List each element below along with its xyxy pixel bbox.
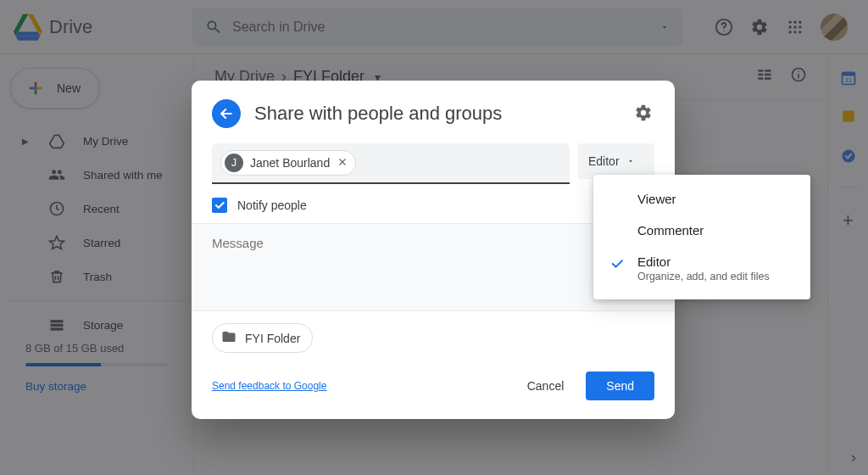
check-icon bbox=[214, 199, 225, 211]
menu-label: Commenter bbox=[637, 223, 704, 238]
role-label: Editor bbox=[588, 154, 620, 168]
menu-description: Organize, add, and edit files bbox=[637, 271, 770, 282]
role-option-editor[interactable]: Editor Organize, add, and edit files bbox=[593, 246, 810, 291]
folder-icon bbox=[221, 329, 236, 347]
menu-check-slot bbox=[609, 254, 626, 271]
notify-label: Notify people bbox=[237, 198, 307, 212]
cancel-button[interactable]: Cancel bbox=[512, 372, 580, 400]
person-chip[interactable]: J Janet Bourland bbox=[220, 150, 356, 176]
share-settings-button[interactable] bbox=[634, 103, 654, 124]
dialog-title: Share with people and groups bbox=[254, 103, 502, 125]
dialog-header: Share with people and groups bbox=[192, 81, 675, 140]
message-input[interactable] bbox=[212, 236, 654, 295]
dialog-footer: Send feedback to Google Cancel Send bbox=[192, 356, 675, 412]
people-input[interactable]: J Janet Bourland bbox=[212, 143, 570, 184]
role-dropdown-button[interactable]: Editor bbox=[578, 143, 654, 179]
attached-folder-chip[interactable]: FYI Folder bbox=[212, 323, 313, 353]
back-button[interactable] bbox=[212, 99, 241, 128]
gear-icon bbox=[634, 103, 653, 122]
feedback-link[interactable]: Send feedback to Google bbox=[212, 380, 326, 392]
caret-down-icon bbox=[626, 157, 635, 165]
menu-label: Editor bbox=[637, 254, 770, 269]
chip-remove-button[interactable] bbox=[337, 156, 348, 170]
menu-label: Viewer bbox=[637, 192, 676, 206]
chip-name: Janet Bourland bbox=[250, 156, 330, 170]
attached-item-row: FYI Folder bbox=[192, 311, 675, 356]
role-option-commenter[interactable]: Commenter bbox=[593, 215, 810, 246]
menu-check-slot bbox=[609, 223, 626, 225]
role-menu: Viewer Commenter Editor Organize, add, a… bbox=[593, 175, 810, 299]
attached-folder-name: FYI Folder bbox=[245, 332, 300, 345]
notify-checkbox[interactable] bbox=[212, 198, 227, 213]
role-option-viewer[interactable]: Viewer bbox=[593, 183, 810, 215]
menu-check-slot bbox=[609, 192, 626, 193]
check-icon bbox=[609, 256, 625, 271]
chip-avatar: J bbox=[225, 154, 243, 172]
send-button[interactable]: Send bbox=[586, 372, 654, 400]
close-icon bbox=[337, 156, 348, 168]
arrow-left-icon bbox=[218, 105, 235, 122]
dialog-actions: Cancel Send bbox=[512, 372, 654, 400]
